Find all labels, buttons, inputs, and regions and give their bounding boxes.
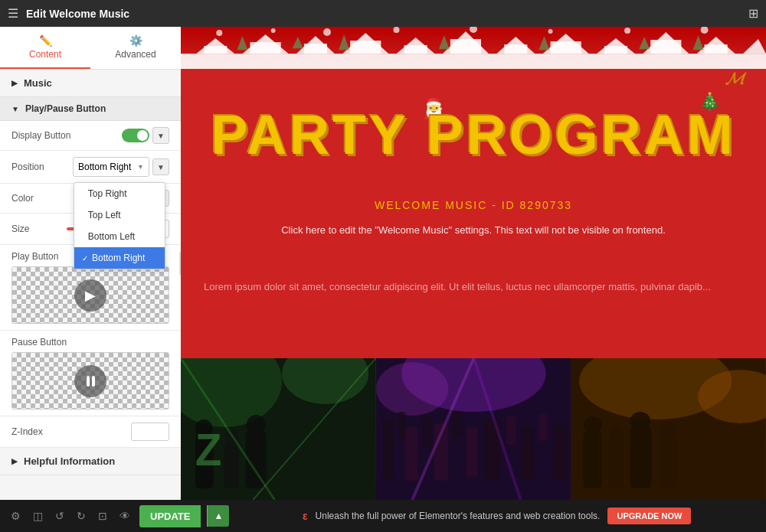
dropdown-top-right-label: Top Right <box>88 188 127 199</box>
redo-icon[interactable]: ↻ <box>74 507 89 525</box>
svg-point-35 <box>470 27 477 33</box>
dropdown-item-bottom-left[interactable]: Bottom Left <box>74 226 165 247</box>
svg-point-36 <box>548 29 553 34</box>
tab-content-label: Content <box>29 49 61 60</box>
svg-rect-4 <box>250 42 280 54</box>
svg-rect-0 <box>181 54 766 69</box>
edit-instruction[interactable]: Click here to edit the "Welcome Music" s… <box>281 224 666 236</box>
position-label: Position <box>11 162 73 172</box>
music-section-header[interactable]: ▶ Music <box>0 70 181 97</box>
svg-rect-2 <box>204 46 227 54</box>
position-collapse-btn[interactable]: ▼ <box>152 158 169 175</box>
tab-content[interactable]: ✏️ Content <box>0 27 90 69</box>
position-control: Bottom Right ▼ Top Right Top Left <box>73 157 169 177</box>
svg-marker-27 <box>439 35 450 49</box>
svg-rect-22 <box>705 44 728 54</box>
svg-rect-20 <box>650 40 681 54</box>
update-button[interactable]: UPDATE <box>139 505 201 527</box>
update-dropdown-button[interactable]: ▲ <box>207 505 229 527</box>
svg-marker-26 <box>339 34 349 50</box>
m-decoration: 𝓜 <box>725 69 743 89</box>
z-index-control <box>131 423 169 441</box>
svg-point-38 <box>701 27 709 34</box>
content-icon: ✏️ <box>39 34 52 47</box>
pause-icon <box>74 365 106 397</box>
photo-2-svg <box>376 358 571 500</box>
svg-rect-65 <box>553 423 568 481</box>
display-button-toggle[interactable] <box>122 129 149 142</box>
photo-3 <box>571 358 766 500</box>
svg-rect-62 <box>506 416 516 445</box>
position-dropdown[interactable]: Bottom Right ▼ Top Right Top Left <box>73 157 149 177</box>
play-pause-arrow-icon: ▼ <box>11 105 19 113</box>
play-icon: ▶ <box>74 279 106 312</box>
svg-point-33 <box>323 28 331 36</box>
photo-strip: Z <box>181 358 766 500</box>
menu-icon[interactable]: ☰ <box>8 6 18 21</box>
z-index-row: Z-Index <box>0 416 181 448</box>
dropdown-bottom-left-label: Bottom Left <box>88 231 135 242</box>
tabs-bar: ✏️ Content ⚙️ Advanced <box>0 27 181 70</box>
grid-icon[interactable]: ⊞ <box>748 6 758 21</box>
svg-rect-79 <box>571 358 766 500</box>
snow-village-svg <box>181 27 766 69</box>
svg-point-32 <box>271 28 276 33</box>
play-button-preview: ▶ <box>11 266 169 324</box>
svg-rect-44 <box>224 442 239 488</box>
svg-rect-18 <box>604 46 627 54</box>
position-dropdown-menu: Top Right Top Left Bottom Left ✓ B <box>74 182 165 269</box>
svg-marker-28 <box>538 36 549 50</box>
svg-point-47 <box>247 415 266 435</box>
svg-rect-64 <box>538 413 547 441</box>
tab-advanced[interactable]: ⚙️ Advanced <box>90 27 181 69</box>
pause-button-label: Pause Button <box>11 337 169 348</box>
undo-icon[interactable]: ↺ <box>52 507 67 525</box>
svg-rect-16 <box>551 41 581 54</box>
preview-icon[interactable]: 👁 <box>116 507 133 525</box>
dropdown-item-top-right[interactable]: Top Right <box>74 183 165 204</box>
display-button-collapse[interactable]: ▼ <box>152 127 169 144</box>
music-section-label: Music <box>24 77 52 89</box>
position-row: Position Bottom Right ▼ Top Right Top Le… <box>0 151 181 184</box>
dropdown-arrow-icon: ▼ <box>137 163 144 171</box>
photo-1: Z <box>181 358 376 500</box>
photo-1-svg: Z <box>181 358 376 500</box>
dropdown-item-bottom-right[interactable]: ✓ Bottom Right <box>74 247 165 269</box>
elementor-logo: ε <box>303 510 308 522</box>
svg-text:Z: Z <box>195 423 222 475</box>
helpful-info-section-header[interactable]: ▶ Helpful Information <box>0 448 181 475</box>
photo-2 <box>376 358 571 500</box>
pause-bar-right <box>92 376 95 387</box>
layers-icon[interactable]: ◫ <box>30 507 46 525</box>
helpful-info-arrow-icon: ▶ <box>11 457 18 465</box>
pause-button-section: Pause Button <box>0 331 181 416</box>
svg-marker-25 <box>293 37 303 48</box>
left-panel: ✏️ Content ⚙️ Advanced ▶ Music ▼ Play/Pa… <box>0 27 181 500</box>
welcome-music-text: WELCOME MUSIC - ID 8290733 <box>375 199 572 211</box>
upgrade-button[interactable]: UPGRADE NOW <box>607 508 691 524</box>
pause-button-preview <box>11 352 169 410</box>
responsive-icon[interactable]: ⊡ <box>95 507 110 525</box>
display-button-control: ▼ <box>122 127 169 144</box>
svg-rect-56 <box>404 427 417 481</box>
z-index-input[interactable] <box>131 423 169 441</box>
panel-collapse-handle[interactable]: ◀ <box>179 252 181 275</box>
page-title: Edit Welcome Music <box>26 8 741 20</box>
promo-bar: ε Unleash the full power of Elementor's … <box>235 508 758 524</box>
dropdown-item-top-left[interactable]: Top Left <box>74 204 165 226</box>
helpful-info-label: Helpful Information <box>24 455 115 467</box>
svg-point-53 <box>376 362 448 416</box>
svg-marker-30 <box>693 35 704 50</box>
svg-rect-55 <box>398 412 404 439</box>
svg-rect-6 <box>304 44 327 54</box>
dropdown-bottom-right-label: Bottom Right <box>92 253 145 263</box>
size-label: Size <box>11 224 67 234</box>
play-pause-section-header[interactable]: ▼ Play/Pause Button <box>0 97 181 121</box>
svg-rect-10 <box>404 45 427 54</box>
position-current-value: Bottom Right <box>78 162 131 172</box>
svg-point-31 <box>216 30 222 36</box>
settings-icon[interactable]: ⚙ <box>8 507 24 525</box>
main-area: ✏️ Content ⚙️ Advanced ▶ Music ▼ Play/Pa… <box>0 27 766 500</box>
svg-rect-60 <box>466 427 478 477</box>
svg-rect-59 <box>452 412 462 439</box>
